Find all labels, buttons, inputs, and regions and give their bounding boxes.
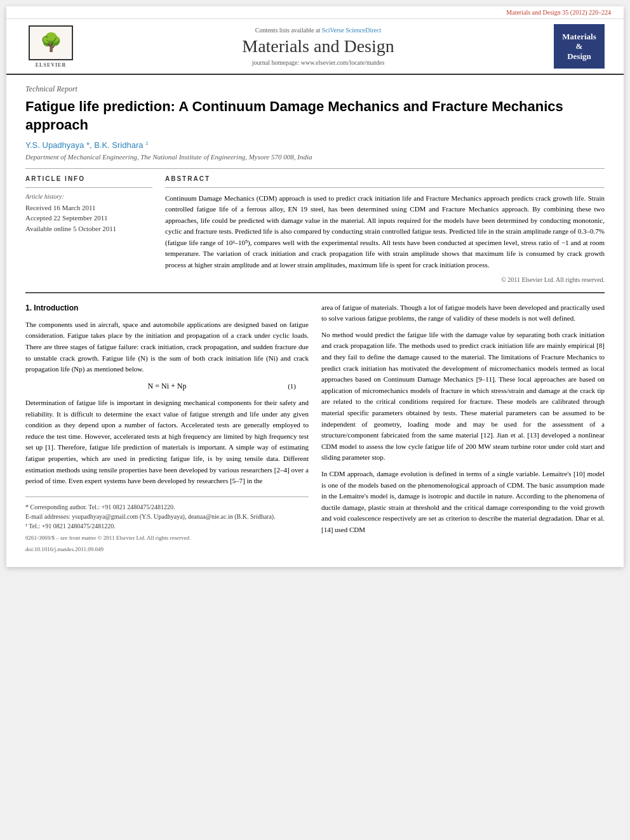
article-info-abstract: ARTICLE INFO Article history: Received 1… — [25, 175, 605, 283]
accepted-date: Accepted 22 September 2011 — [25, 213, 152, 223]
author-superscript: 1 — [145, 140, 148, 146]
affiliation: Department of Mechanical Engineering, Th… — [25, 153, 605, 161]
email1: ysupadhyaya@gmail.com (Y.S. Upadhyaya), — [72, 513, 186, 520]
journal-ref-text: Materials and Design 35 (2012) 220–224 — [506, 9, 611, 16]
body-right-column: area of fatigue of materials. Though a l… — [321, 302, 605, 554]
journal-logo-text: Materials & Design — [562, 32, 596, 62]
article-type: Technical Report — [25, 84, 605, 94]
abstract-column: ABSTRACT Continuum Damage Mechanics (CDM… — [165, 175, 605, 283]
info-separator — [25, 187, 152, 188]
journal-title-area: Contents lists available at SciVerse Sci… — [83, 27, 554, 66]
footnote-email: E-mail addresses: ysupadhyaya@gmail.com … — [25, 512, 309, 521]
sciverse-line: Contents lists available at SciVerse Sci… — [83, 27, 554, 34]
body-columns: 1. Introduction The components used in a… — [25, 302, 605, 554]
authors-text: Y.S. Upadhyaya *, B.K. Sridhara — [25, 141, 143, 150]
received-date: Received 16 March 2011 — [25, 203, 152, 213]
authors-line: Y.S. Upadhyaya *, B.K. Sridhara 1 — [25, 140, 605, 150]
abstract-separator — [165, 187, 605, 188]
elsevier-tree-icon: 🌳 — [40, 34, 62, 51]
article-info-column: ARTICLE INFO Article history: Received 1… — [25, 175, 152, 283]
intro-para3: No method would predict the fatigue life… — [321, 330, 605, 463]
copyright-line: © 2011 Elsevier Ltd. All rights reserved… — [165, 276, 605, 283]
journal-brand-logo: Materials & Design — [554, 24, 605, 69]
body-separator — [25, 292, 605, 293]
journal-title: Materials and Design — [83, 36, 554, 57]
footnote-note1: ¹ Tel.: +91 0821 2480475/2481220. — [25, 521, 309, 531]
footnote-doi: doi:10.1016/j.matdes.2011.09.049 — [25, 545, 309, 554]
intro-para1: The components used in aircraft, space a… — [25, 319, 309, 375]
article-history-label: Article history: — [25, 193, 152, 200]
elsevier-logo: 🌳 ELSEVIER — [19, 25, 83, 68]
abstract-header: ABSTRACT — [165, 175, 605, 182]
elsevier-logo-area: 🌳 ELSEVIER — [19, 25, 83, 68]
sciverse-prefix: Contents lists available at — [255, 27, 322, 34]
sciverse-link[interactable]: SciVerse ScienceDirect — [322, 27, 382, 34]
main-content: Technical Report Fatigue life prediction… — [6, 75, 624, 567]
intro-title: 1. Introduction — [25, 302, 309, 314]
intro-para2: Determination of fatigue life is importa… — [25, 397, 309, 487]
email2: deanaa@nie.ac.in (B.K. Sridhara). — [188, 513, 276, 520]
email-label: E-mail addresses: — [25, 513, 70, 520]
available-date: Available online 5 October 2011 — [25, 223, 152, 234]
journal-reference: Materials and Design 35 (2012) 220–224 — [6, 6, 624, 19]
elsevier-label: ELSEVIER — [36, 62, 66, 68]
equation-text: N = Ni + Np — [148, 380, 187, 392]
journal-header: 🌳 ELSEVIER Contents lists available at S… — [6, 19, 624, 75]
footnotes-area: * Corresponding author. Tel.: +91 0821 2… — [25, 497, 309, 554]
body-left-column: 1. Introduction The components used in a… — [25, 302, 309, 554]
footnote-issn: 0261-3069/$ – see front matter © 2011 El… — [25, 533, 309, 542]
intro-para4: In CDM approach, damage evolution is def… — [321, 469, 605, 536]
journal-homepage: journal homepage: www.elsevier.com/locat… — [83, 59, 554, 66]
footnote-corresponding: * Corresponding author. Tel.: +91 0821 2… — [25, 502, 309, 512]
elsevier-logo-box: 🌳 — [29, 25, 73, 60]
equation-1: N = Ni + Np (1) — [38, 380, 296, 392]
article-title: Fatigue life prediction: A Continuum Dam… — [25, 98, 605, 134]
equation-number: (1) — [288, 381, 296, 392]
separator-1 — [25, 168, 605, 169]
page: Materials and Design 35 (2012) 220–224 🌳… — [6, 6, 624, 567]
intro-para2-continued: area of fatigue of materials. Though a l… — [321, 302, 605, 324]
journal-brand-logo-area: Materials & Design — [554, 24, 611, 69]
abstract-text: Continuum Damage Mechanics (CDM) approac… — [165, 193, 605, 271]
article-info-header: ARTICLE INFO — [25, 175, 152, 182]
